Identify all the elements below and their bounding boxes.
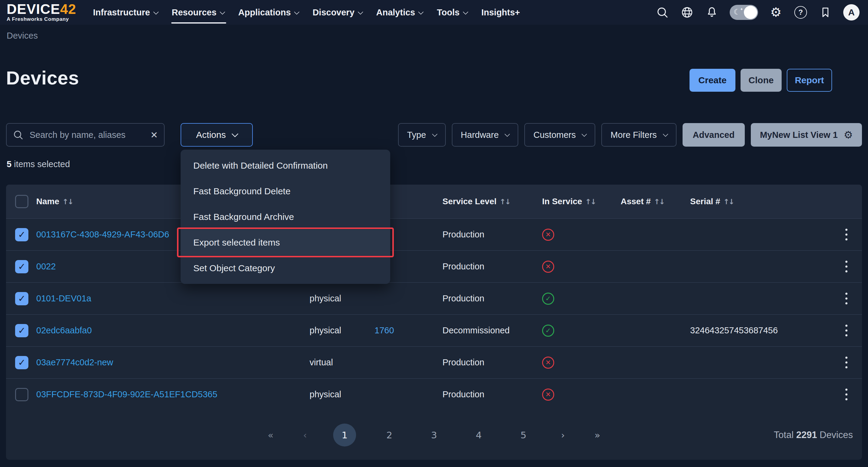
actions-dropdown-menu: Delete with Detailed Confirmation Fast B… bbox=[181, 149, 390, 284]
create-button[interactable]: Create bbox=[689, 69, 736, 92]
nav-item-applications[interactable]: Applications bbox=[238, 3, 299, 22]
menu-item-fast-delete[interactable]: Fast Background Delete bbox=[181, 178, 390, 204]
toggle-knob bbox=[744, 6, 757, 19]
device-name-link[interactable]: 03ae7774c0d2-new bbox=[36, 358, 113, 367]
breadcrumb[interactable]: Devices bbox=[7, 31, 38, 41]
in-service-status-icon bbox=[542, 389, 554, 401]
page-button-5[interactable]: 5 bbox=[512, 424, 535, 446]
search-input[interactable] bbox=[29, 130, 147, 140]
service-level: Production bbox=[442, 262, 542, 271]
search-box: ✕ bbox=[6, 123, 164, 146]
device-name-link[interactable]: 0022 bbox=[36, 262, 56, 271]
row-checkbox[interactable] bbox=[15, 292, 28, 305]
sort-icon bbox=[499, 198, 510, 206]
chevron-down-icon bbox=[463, 9, 468, 14]
bookmark-icon[interactable] bbox=[818, 5, 832, 19]
clone-button[interactable]: Clone bbox=[741, 69, 782, 92]
device-type: virtual bbox=[310, 358, 374, 367]
nav-item-insights[interactable]: Insights+ bbox=[482, 3, 520, 22]
advanced-button[interactable]: Advanced bbox=[683, 123, 745, 146]
device-name-link[interactable]: 0013167C-4308-4929-AF43-06D6 bbox=[36, 230, 169, 239]
page-button-1[interactable]: 1 bbox=[333, 424, 356, 446]
page-button-3[interactable]: 3 bbox=[423, 424, 445, 446]
column-header-service-level[interactable]: Service Level bbox=[442, 197, 542, 206]
actions-dropdown-button[interactable]: Actions bbox=[181, 123, 253, 146]
nav-item-tools[interactable]: Tools bbox=[437, 3, 467, 22]
device-name-link[interactable]: 0101-DEV01a bbox=[36, 294, 91, 303]
prev-page-button[interactable]: ‹ bbox=[299, 430, 311, 440]
header-buttons: Create Clone Report bbox=[689, 69, 832, 92]
page-title: Devices bbox=[6, 67, 79, 89]
chevron-down-icon bbox=[505, 131, 510, 137]
chevron-down-icon bbox=[231, 131, 238, 138]
row-menu-button[interactable] bbox=[840, 290, 853, 307]
in-service-status-icon bbox=[542, 229, 554, 241]
menu-item-export-selected[interactable]: Export selected items bbox=[181, 230, 390, 255]
logo-accent: 42 bbox=[60, 1, 76, 17]
chevron-down-icon bbox=[582, 131, 587, 137]
device-name-link[interactable]: 03FFCDFE-873D-4F09-902E-A51EF1CD5365 bbox=[36, 390, 217, 399]
sort-icon bbox=[654, 198, 664, 206]
report-button[interactable]: Report bbox=[787, 69, 832, 92]
nav-item-resources[interactable]: Resources bbox=[172, 3, 224, 22]
row-menu-button[interactable] bbox=[840, 322, 853, 339]
row-checkbox[interactable] bbox=[15, 324, 28, 337]
gear-icon[interactable]: ⚙ bbox=[844, 130, 853, 140]
menu-item-fast-archive[interactable]: Fast Background Archive bbox=[181, 204, 390, 230]
help-icon[interactable]: ? bbox=[794, 5, 808, 19]
page-button-2[interactable]: 2 bbox=[378, 424, 401, 446]
column-header-in-service[interactable]: In Service bbox=[542, 197, 621, 206]
nav-item-infrastructure[interactable]: Infrastructure bbox=[93, 3, 158, 22]
search-icon[interactable] bbox=[655, 5, 669, 19]
row-menu-button[interactable] bbox=[840, 258, 853, 275]
column-header-serial[interactable]: Serial # bbox=[690, 197, 832, 206]
filter-group: Type Hardware Customers More Filters Adv… bbox=[398, 123, 862, 146]
row-menu-button[interactable] bbox=[840, 354, 853, 371]
gear-icon[interactable]: ⚙ bbox=[769, 5, 783, 19]
moon-icon: ☾ bbox=[734, 7, 740, 16]
menu-item-set-object-category[interactable]: Set Object Category bbox=[181, 255, 390, 281]
logo-tagline: A Freshworks Company bbox=[7, 16, 85, 22]
table-footer: « ‹ 1 2 3 4 5 › » Total 2291 Devices bbox=[6, 410, 862, 460]
brand-logo[interactable]: DEVICE42 A Freshworks Company bbox=[7, 2, 85, 22]
next-page-button[interactable]: › bbox=[557, 430, 569, 440]
last-page-button[interactable]: » bbox=[591, 430, 604, 440]
service-level: Production bbox=[442, 358, 542, 367]
globe-icon[interactable] bbox=[680, 5, 694, 19]
top-navbar: DEVICE42 A Freshworks Company Infrastruc… bbox=[0, 0, 868, 25]
row-checkbox[interactable] bbox=[15, 228, 28, 241]
column-header-asset[interactable]: Asset # bbox=[621, 197, 690, 206]
chevron-down-icon bbox=[153, 9, 159, 14]
user-avatar[interactable]: A bbox=[843, 4, 860, 21]
filter-hardware[interactable]: Hardware bbox=[452, 123, 519, 146]
page-button-4[interactable]: 4 bbox=[467, 424, 490, 446]
table-row: 0022 Production bbox=[6, 251, 862, 282]
device-name-link[interactable]: 02edc6aabfa0 bbox=[36, 326, 92, 335]
filter-more[interactable]: More Filters bbox=[601, 123, 676, 146]
row-checkbox[interactable] bbox=[15, 388, 28, 401]
in-service-status-icon bbox=[542, 357, 554, 369]
select-all-checkbox[interactable] bbox=[15, 195, 28, 208]
theme-toggle[interactable]: ☾ ✦ bbox=[730, 5, 758, 20]
clear-search-icon[interactable]: ✕ bbox=[150, 130, 158, 140]
nav-item-discovery[interactable]: Discovery bbox=[313, 3, 363, 22]
chevron-down-icon bbox=[418, 9, 424, 14]
menu-item-delete-detailed[interactable]: Delete with Detailed Confirmation bbox=[181, 153, 390, 178]
chevron-down-icon bbox=[294, 9, 299, 14]
service-level: Production bbox=[442, 294, 542, 303]
filter-type[interactable]: Type bbox=[398, 123, 446, 146]
list-view-button[interactable]: MyNew List View 1⚙ bbox=[751, 123, 862, 146]
row-menu-button[interactable] bbox=[840, 226, 853, 243]
device-count-link[interactable]: 1760 bbox=[374, 326, 394, 335]
filter-customers[interactable]: Customers bbox=[524, 123, 595, 146]
row-checkbox[interactable] bbox=[15, 356, 28, 369]
first-page-button[interactable]: « bbox=[264, 430, 277, 440]
row-menu-button[interactable] bbox=[840, 386, 853, 403]
nav-item-analytics[interactable]: Analytics bbox=[376, 3, 423, 22]
table-row: 03FFCDFE-873D-4F09-902E-A51EF1CD5365 phy… bbox=[6, 378, 862, 410]
navbar-icons: ☾ ✦ ⚙ ? A bbox=[655, 0, 860, 25]
row-checkbox[interactable] bbox=[15, 260, 28, 273]
sort-icon bbox=[585, 198, 595, 206]
bell-icon[interactable] bbox=[705, 5, 719, 19]
table-row: 02edc6aabfa0 physical 1760 Decommissione… bbox=[6, 314, 862, 346]
